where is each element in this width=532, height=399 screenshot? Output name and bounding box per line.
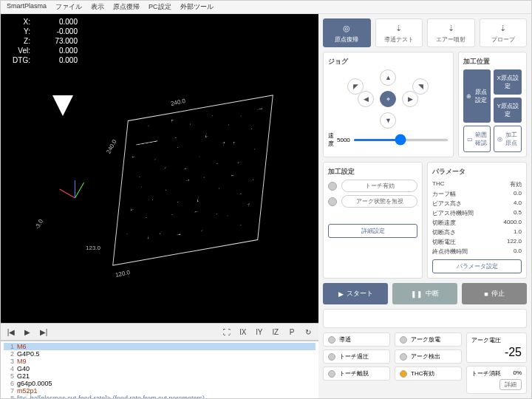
expand-icon[interactable]: ⛶ bbox=[221, 326, 233, 338]
jog-center-button[interactable]: ⌖ bbox=[380, 91, 396, 107]
cut-path bbox=[136, 123, 160, 146]
status-arc-detect: アーク検出 bbox=[395, 349, 462, 364]
pause-button[interactable]: ❚❚中断 bbox=[392, 283, 457, 304]
label: プローブ bbox=[491, 35, 515, 44]
param-val: 122.0 bbox=[507, 238, 522, 246]
menu-pc[interactable]: PC設定 bbox=[149, 2, 171, 12]
param-table: THC有効 カーフ幅0.0 ピアス高さ4.0 ピアス待機時間0.5 切断速度40… bbox=[432, 180, 522, 256]
conduction-test-button[interactable]: ⇣導通テスト bbox=[375, 18, 423, 47]
line-no: 5 bbox=[4, 372, 14, 380]
view-y-button[interactable]: lY bbox=[253, 326, 265, 338]
speed-label: 速度 bbox=[328, 132, 334, 148]
menu-file[interactable]: ファイル bbox=[55, 2, 82, 12]
preview-canvas[interactable]: X:0.000 Y:-0.000 Z:73.000 Vel:0.000 DTG:… bbox=[1, 14, 318, 323]
gcode-line: M6 bbox=[17, 343, 27, 350]
dro-z: 73.000 bbox=[36, 36, 78, 46]
jog-panel: ジョグ ▲ ▼ ◀ ▶ ◤ ◥ ⌖ 速度 5000 bbox=[323, 52, 454, 157]
gcode-line: G21 bbox=[17, 372, 30, 380]
range-check-button[interactable]: ▭範囲確認 bbox=[463, 126, 491, 152]
param-key: 切断高さ bbox=[432, 228, 456, 236]
param-val: 1.0 bbox=[514, 228, 522, 236]
torch-enable-button[interactable]: トーチ有効 bbox=[341, 180, 417, 192]
reload-button[interactable]: ↻ bbox=[302, 326, 314, 338]
label: THC有効 bbox=[411, 369, 434, 378]
bounds-icon: ▭ bbox=[467, 136, 473, 143]
view-x-button[interactable]: lX bbox=[237, 326, 249, 338]
stop-button[interactable]: ■停止 bbox=[462, 283, 527, 304]
jog-up-button[interactable]: ▲ bbox=[380, 69, 396, 86]
run-buttons: ▶スタート ❚❚中断 ■停止 bbox=[323, 283, 527, 304]
top-buttons: ◎原点復帰 ⇣導通テスト ⇣エアー噴射 ⇣プローブ bbox=[323, 18, 527, 47]
dro-y-label: Y: bbox=[4, 27, 30, 36]
ignore-arc-button[interactable]: アーク状態を無視 bbox=[341, 195, 417, 208]
param-val: 4.0 bbox=[514, 200, 522, 208]
label: 導通 bbox=[339, 335, 351, 344]
status-conduction: 導通 bbox=[323, 332, 390, 347]
step-fwd-button[interactable]: ▶| bbox=[38, 326, 50, 338]
gcode-view[interactable]: 1M6 2G4P0.5 3M9 4G40 5G21 6g64p0.0005 7m… bbox=[1, 341, 318, 398]
dro-y: -0.000 bbox=[36, 27, 78, 36]
speed-value: 5000 bbox=[337, 137, 350, 143]
label: 原点設定 bbox=[474, 88, 488, 104]
dimension-label: -3.0 bbox=[34, 218, 44, 230]
param-val: 有効 bbox=[510, 180, 522, 188]
status-row: 導通 トーチ過圧 トーチ離脱 アーク放電 アーク検出 THC有効 アーク電圧 -… bbox=[323, 332, 527, 394]
cut-path bbox=[164, 180, 190, 205]
detail-button[interactable]: 詳細 bbox=[499, 379, 522, 390]
left-pane: X:0.000 Y:-0.000 Z:73.000 Vel:0.000 DTG:… bbox=[1, 14, 318, 398]
gcode-line: M9 bbox=[17, 358, 27, 365]
crosshair-icon: ⊕ bbox=[466, 93, 471, 100]
target-icon: ◎ bbox=[497, 136, 502, 143]
readout-col: アーク電圧 -25 トーチ消耗0% 詳細 bbox=[466, 332, 527, 394]
start-button[interactable]: ▶スタート bbox=[323, 283, 388, 304]
line-no: 1 bbox=[4, 343, 14, 350]
menu-view[interactable]: 表示 bbox=[91, 2, 104, 12]
line-no: 4 bbox=[4, 365, 14, 372]
view-z-button[interactable]: lZ bbox=[270, 326, 282, 338]
label: 加工原点 bbox=[505, 131, 518, 147]
speed-slider[interactable] bbox=[353, 139, 449, 141]
gcode-line: G4P0.5 bbox=[17, 350, 40, 358]
led-icon bbox=[328, 370, 335, 378]
status-torch-detach: トーチ離脱 bbox=[323, 366, 390, 381]
play-button[interactable]: ▶ bbox=[21, 326, 33, 338]
transport-toolbar: |◀ ▶ ▶| ⛶ lX lY lZ P ↻ bbox=[1, 323, 318, 341]
cut-path bbox=[159, 212, 183, 239]
view-p-button[interactable]: P bbox=[286, 326, 298, 338]
status-col: 導通 トーチ過圧 トーチ離脱 bbox=[323, 332, 390, 394]
dimension-label: 240.0 bbox=[105, 139, 117, 155]
panel-title: 加工位置 bbox=[463, 57, 522, 66]
label: 範囲確認 bbox=[475, 131, 488, 147]
led-icon bbox=[400, 353, 407, 361]
jog-down-button[interactable]: ▼ bbox=[380, 112, 396, 129]
param-key: THC bbox=[432, 180, 444, 188]
panel-title: 加工設定 bbox=[328, 167, 417, 177]
jog-left-button[interactable]: ◀ bbox=[358, 91, 374, 107]
label: 導通テスト bbox=[384, 35, 414, 44]
position-panel: 加工位置 ⊕原点設定 X原点設定 Y原点設定 ▭範囲確認 ◎加工原点 bbox=[458, 52, 527, 157]
work-origin-button[interactable]: ◎加工原点 bbox=[494, 126, 522, 152]
menu-app[interactable]: SmartPlasma bbox=[7, 2, 47, 12]
set-y-origin-button[interactable]: Y原点設定 bbox=[494, 98, 522, 123]
set-x-origin-button[interactable]: X原点設定 bbox=[494, 69, 522, 95]
jog-upright-button[interactable]: ◥ bbox=[412, 78, 429, 95]
menu-ext[interactable]: 外部ツール bbox=[180, 2, 214, 12]
probe-button[interactable]: ⇣プローブ bbox=[480, 18, 528, 47]
dro-vel-label: Vel: bbox=[4, 46, 30, 55]
param-settings-button[interactable]: パラメータ設定 bbox=[432, 259, 522, 273]
air-blast-button[interactable]: ⇣エアー噴射 bbox=[427, 18, 475, 47]
param-key: 切断電圧 bbox=[432, 238, 456, 246]
step-back-button[interactable]: |◀ bbox=[5, 326, 17, 338]
menu-home[interactable]: 原点復帰 bbox=[113, 2, 140, 12]
label: エアー噴射 bbox=[436, 35, 466, 44]
home-button[interactable]: ◎原点復帰 bbox=[323, 18, 371, 47]
jog-pad: ▲ ▼ ◀ ▶ ◤ ◥ ⌖ bbox=[347, 69, 429, 129]
arc-voltage-readout: アーク電圧 -25 bbox=[466, 332, 527, 363]
target-icon: ◎ bbox=[341, 22, 352, 34]
cut-path bbox=[192, 208, 218, 233]
label: スタート bbox=[347, 289, 373, 299]
detail-settings-button[interactable]: 詳細設定 bbox=[328, 224, 417, 238]
set-origin-button[interactable]: ⊕原点設定 bbox=[463, 69, 491, 123]
label: アーク電圧 bbox=[471, 336, 522, 344]
cut-path bbox=[198, 142, 225, 168]
